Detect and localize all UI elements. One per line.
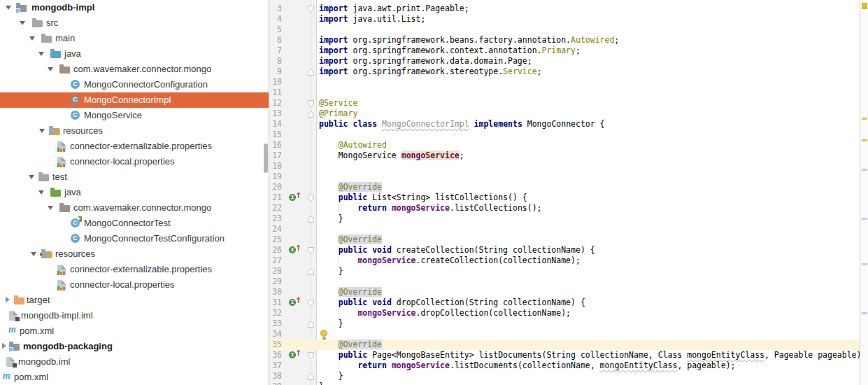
tree-item-connector-externalizable-properties[interactable]: connector-externalizable.properties bbox=[0, 139, 269, 154]
code-line-39[interactable]: 39} bbox=[269, 382, 860, 385]
expand-arrow-icon[interactable] bbox=[2, 343, 6, 349]
code-line-30[interactable]: 30 @Override bbox=[269, 287, 860, 298]
code-line-6[interactable]: 6import org.springframework.beans.factor… bbox=[269, 35, 860, 46]
code-line-37[interactable]: 37 return mongoService.listDocuments(col… bbox=[269, 360, 860, 371]
code-line-22[interactable]: 22 return mongoService.listCollections()… bbox=[269, 203, 860, 214]
tree-item-mongoconnectorconfiguration[interactable]: MongoConnectorConfiguration bbox=[0, 77, 269, 92]
expand-arrow-icon[interactable] bbox=[20, 21, 25, 25]
fold-marker-icon[interactable] bbox=[308, 216, 314, 223]
code-line-4[interactable]: 4import java.util.List; bbox=[269, 14, 860, 24]
code-line-25[interactable]: 25 @Override bbox=[269, 234, 860, 245]
code-line-35[interactable]: 35 @Override bbox=[269, 340, 860, 350]
inspection-indicator-icon[interactable] bbox=[862, 3, 867, 9]
tree-scrollbar-thumb[interactable] bbox=[264, 144, 268, 173]
fold-marker-icon[interactable] bbox=[308, 6, 314, 13]
code-line-11[interactable]: 11 bbox=[269, 88, 860, 98]
tree-item-mongoconnectortest[interactable]: MongoConnectorTest bbox=[0, 216, 269, 231]
project-tree[interactable]: mongodb-implsrcmainjavacom.wavemaker.con… bbox=[0, 0, 269, 385]
error-stripe[interactable] bbox=[860, 0, 868, 385]
fold-marker-icon[interactable] bbox=[308, 247, 314, 254]
expand-arrow-icon[interactable] bbox=[6, 6, 11, 10]
lightbulb-icon[interactable] bbox=[320, 330, 327, 337]
implements-method-gutter-icon[interactable]: ↑ bbox=[289, 350, 306, 360]
code-line-34[interactable]: 34 bbox=[269, 329, 860, 340]
tree-item-resources[interactable]: resources bbox=[0, 246, 269, 262]
info-stripe-mark[interactable] bbox=[862, 169, 867, 171]
code-line-33[interactable]: 33 } bbox=[269, 318, 860, 329]
fold-marker-icon[interactable] bbox=[308, 321, 314, 328]
tree-item-connector-externalizable-properties[interactable]: connector-externalizable.properties bbox=[0, 262, 269, 277]
code-line-5[interactable]: 5 bbox=[269, 24, 860, 35]
tree-item-mongodb-packaging[interactable]: mongodb-packaging bbox=[0, 339, 269, 354]
fold-marker-icon[interactable] bbox=[308, 268, 314, 275]
code-line-7[interactable]: 7import org.springframework.context.anno… bbox=[269, 46, 860, 56]
fold-marker-icon[interactable] bbox=[308, 69, 314, 76]
tree-item-java[interactable]: java bbox=[0, 46, 269, 62]
warning-stripe-mark[interactable] bbox=[862, 118, 867, 120]
expand-arrow-icon[interactable] bbox=[6, 297, 10, 302]
fold-marker-icon[interactable] bbox=[308, 100, 314, 107]
tree-item-pom-xml[interactable]: mpom.xml bbox=[0, 370, 269, 385]
tree-item-mongodb-impl-iml[interactable]: mongodb-impl.iml bbox=[0, 308, 269, 323]
code-line-20[interactable]: 20 @Override bbox=[269, 182, 860, 192]
code-line-13[interactable]: 13@Primary bbox=[269, 108, 860, 119]
expand-arrow-icon[interactable] bbox=[48, 67, 53, 71]
implements-method-gutter-icon[interactable]: ↑ bbox=[289, 192, 306, 203]
tree-item-mongoconnectortestconfiguration[interactable]: MongoConnectorTestConfiguration bbox=[0, 231, 269, 246]
warning-stripe-mark[interactable] bbox=[862, 139, 867, 141]
fold-marker-icon[interactable] bbox=[308, 300, 314, 307]
code-line-19[interactable]: 19 bbox=[269, 172, 860, 182]
code-line-26[interactable]: 26↑ public void createCollection(String … bbox=[269, 245, 860, 255]
code-line-24[interactable]: 24 bbox=[269, 224, 860, 234]
tree-item-com-wavemaker-connector-mongo[interactable]: com.wavemaker.connector.mongo bbox=[0, 62, 269, 77]
tree-item-resources[interactable]: resources bbox=[0, 123, 269, 139]
code-editor[interactable]: 3import java.awt.print.Pageable;4import … bbox=[269, 0, 860, 385]
code-line-18[interactable]: 18 bbox=[269, 161, 860, 172]
info-stripe-mark[interactable] bbox=[862, 263, 867, 265]
tree-item-com-wavemaker-connector-mongo[interactable]: com.wavemaker.connector.mongo bbox=[0, 200, 269, 216]
expand-arrow-icon[interactable] bbox=[29, 36, 35, 41]
code-line-27[interactable]: 27 mongoService.createCollection(collect… bbox=[269, 255, 860, 266]
expand-arrow-icon[interactable] bbox=[38, 190, 44, 195]
tree-item-connector-local-properties[interactable]: connector-local.properties bbox=[0, 277, 269, 293]
code-line-10[interactable]: 10 bbox=[269, 77, 860, 88]
tree-item-target[interactable]: target bbox=[0, 293, 269, 308]
code-line-29[interactable]: 29 bbox=[269, 276, 860, 287]
code-line-8[interactable]: 8import org.springframework.data.domain.… bbox=[269, 56, 860, 66]
code-line-15[interactable]: 15 bbox=[269, 130, 860, 140]
code-line-3[interactable]: 3import java.awt.print.Pageable; bbox=[269, 4, 860, 14]
expand-arrow-icon[interactable] bbox=[48, 206, 53, 210]
code-line-9[interactable]: 9import org.springframework.stereotype.S… bbox=[269, 66, 860, 77]
implements-method-gutter-icon[interactable]: ↑ bbox=[289, 298, 306, 308]
expand-arrow-icon[interactable] bbox=[31, 252, 36, 256]
expand-arrow-icon[interactable] bbox=[29, 175, 34, 179]
fold-marker-icon[interactable] bbox=[308, 352, 314, 359]
info-stripe-mark[interactable] bbox=[862, 312, 867, 314]
tree-item-connector-local-properties[interactable]: connector-local.properties bbox=[0, 154, 269, 169]
fold-marker-icon[interactable] bbox=[308, 195, 314, 202]
info-stripe-mark[interactable] bbox=[862, 218, 867, 220]
tree-item-java[interactable]: java bbox=[0, 185, 269, 200]
expand-arrow-icon[interactable] bbox=[39, 129, 45, 133]
implements-method-gutter-icon[interactable]: ↑ bbox=[289, 245, 306, 255]
code-line-36[interactable]: 36↑ public Page<MongoBaseEntity> listDoc… bbox=[269, 350, 860, 360]
code-line-23[interactable]: 23 } bbox=[269, 214, 860, 224]
tree-item-mongodb-impl[interactable]: mongodb-impl bbox=[0, 0, 269, 15]
code-line-21[interactable]: 21↑ public List<String> listCollections(… bbox=[269, 192, 860, 203]
tree-item-test[interactable]: test bbox=[0, 169, 269, 185]
code-line-32[interactable]: 32 mongoService.dropCollection(collectio… bbox=[269, 308, 860, 318]
code-line-28[interactable]: 28 } bbox=[269, 266, 860, 276]
code-line-38[interactable]: 38 } bbox=[269, 371, 860, 382]
fold-marker-icon[interactable] bbox=[308, 111, 314, 118]
code-line-12[interactable]: 12@Service bbox=[269, 98, 860, 108]
tree-item-main[interactable]: main bbox=[0, 31, 269, 46]
tree-item-mongodb-iml[interactable]: mongodb.iml bbox=[0, 354, 269, 370]
fold-marker-icon[interactable] bbox=[308, 373, 314, 380]
expand-arrow-icon[interactable] bbox=[38, 52, 44, 56]
code-line-31[interactable]: 31↑ public void dropCollection(String co… bbox=[269, 298, 860, 308]
code-line-16[interactable]: 16 @Autowired bbox=[269, 140, 860, 150]
tree-item-src[interactable]: src bbox=[0, 15, 269, 31]
tree-item-mongoconnectorimpl[interactable]: MongoConnectorImpl bbox=[0, 92, 269, 108]
tree-item-mongoservice[interactable]: MongoService bbox=[0, 108, 269, 123]
tree-item-pom-xml[interactable]: mpom.xml bbox=[0, 323, 269, 339]
